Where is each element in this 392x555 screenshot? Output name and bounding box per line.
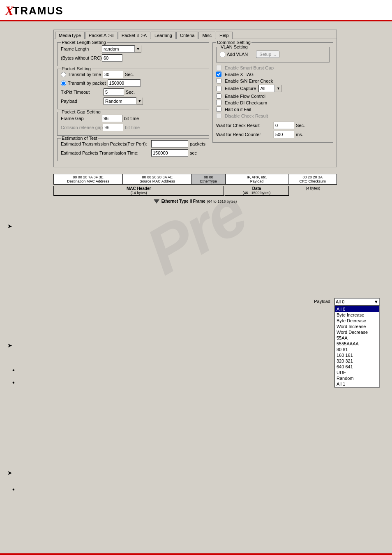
tab-mediatype[interactable]: MediaType xyxy=(55,32,85,39)
flow-control-row: Enable Flow Control xyxy=(216,93,330,99)
txpkt-value-input[interactable] xyxy=(104,88,124,96)
listbox-item-5555aaaa[interactable]: 5555AAAA xyxy=(335,341,379,347)
transmit-packet-row: Transmit by packet xyxy=(61,79,205,87)
halt-fail-checkbox[interactable] xyxy=(216,106,221,112)
tab-criteria[interactable]: Criteria xyxy=(176,32,198,39)
arrow-marker-1: ➤ xyxy=(7,223,12,229)
flow-control-label: Enable Flow Control xyxy=(225,94,265,99)
wait-read-unit: ms. xyxy=(296,132,303,137)
transmit-time-radio[interactable] xyxy=(61,72,66,77)
packet-cells-row: 80 00 20 7A 3F 3E Destination MAC Addres… xyxy=(53,174,337,185)
data-bracket: Data (46 - 1500 bytes) xyxy=(224,186,288,196)
time-input[interactable] xyxy=(151,149,188,157)
transmit-time-input[interactable] xyxy=(103,71,123,78)
payload-combobox[interactable]: All 0 ▼ xyxy=(334,298,380,305)
dst-hex: 80 00 20 7A 3F 3E xyxy=(55,175,121,179)
estimation-title: Estimation of Test xyxy=(61,136,98,141)
wait-section: Wait for Check Result Sec. Wait for Read… xyxy=(216,122,330,138)
arrow-marker-3: ➤ xyxy=(7,469,12,476)
setup-button[interactable]: Setup ... xyxy=(256,51,279,58)
disable-check-checkbox[interactable] xyxy=(216,113,221,118)
time-label: Estimated Packets Transmission Time: xyxy=(61,150,151,155)
payload-dropdown-btn[interactable]: ▼ xyxy=(136,97,143,105)
xtag-checkbox[interactable] xyxy=(216,72,221,77)
wait-read-input[interactable] xyxy=(274,131,294,138)
listbox-item-word-decrease[interactable]: Word Decrease xyxy=(335,329,379,335)
listbox-item-8081[interactable]: 80 81 xyxy=(335,347,379,352)
listbox-item-byte-increase[interactable]: Byte Increase xyxy=(335,312,379,318)
data-bytes: (46 - 1500 bytes) xyxy=(225,191,288,195)
listbox-item-word-increase[interactable]: Word Increase xyxy=(335,324,379,329)
ethernet-arrow-icon xyxy=(154,199,159,204)
listbox-item-640641[interactable]: 640 641 xyxy=(335,364,379,370)
crc-bytes: (4 bytes) xyxy=(290,186,337,190)
mac-header-label: MAC Header xyxy=(54,186,223,191)
di-checksum-row: Enable DI Checksum xyxy=(216,100,330,105)
capture-label: Enable Capture xyxy=(225,86,256,91)
per-port-input[interactable] xyxy=(151,140,188,148)
payload-hex: IP, ARP, etc. xyxy=(227,175,287,179)
transmit-packet-input[interactable] xyxy=(108,79,141,87)
ethertype-cell: 08 00 EtherType xyxy=(192,174,225,185)
vlan-title: VLAN Setting xyxy=(220,44,249,49)
frame-length-dropdown-btn[interactable]: ▼ xyxy=(135,45,141,53)
payload-combo: ▼ xyxy=(104,97,143,105)
smart-burst-label: Enable Smart Burst Gap xyxy=(225,65,274,70)
eth-hex: 08 00 xyxy=(194,175,223,179)
transmit-time-label: Transmit by time xyxy=(68,72,101,77)
tab-packet-ab[interactable]: Packet A->B xyxy=(85,32,118,39)
wait-check-input[interactable] xyxy=(274,122,294,129)
capture-combo: ▼ xyxy=(258,85,281,92)
wait-check-label: Wait for Check Result xyxy=(216,123,274,128)
listbox-item-55aa[interactable]: 55AA xyxy=(335,335,379,341)
add-vlan-label: Add VLAN xyxy=(227,52,248,57)
header: X TRAMUS xyxy=(0,0,392,21)
frame-gap-input[interactable] xyxy=(102,115,122,122)
frame-length-input[interactable] xyxy=(102,45,135,53)
packet-gap-group: Packet Gap Setting Frame Gap bit-time Co… xyxy=(57,112,209,136)
payload-listbox: All 0 Byte Increase Byte Decrease Word I… xyxy=(334,305,380,388)
txpkt-unit: Sec. xyxy=(126,90,135,95)
listbox-item-320321[interactable]: 320 321 xyxy=(335,358,379,364)
payload-combobox-arrow: ▼ xyxy=(374,299,378,304)
time-unit: sec xyxy=(190,150,197,155)
di-checksum-checkbox[interactable] xyxy=(216,100,221,105)
payload-input[interactable] xyxy=(104,97,136,105)
payload-selected-text: All 0 xyxy=(336,299,344,304)
txpkt-timeout-row: TxPkt Timeout Sec. xyxy=(61,88,205,96)
payload-lower-section: Payload All 0 ▼ All 0 Byte Increase Byte… xyxy=(12,298,380,305)
bytes-value-input[interactable] xyxy=(102,54,122,62)
listbox-item-byte-decrease[interactable]: Byte Decrease xyxy=(335,318,379,324)
tab-help[interactable]: Help xyxy=(216,32,233,39)
listbox-item-160161[interactable]: 160 161 xyxy=(335,352,379,358)
bytes-without-crc-label: (Bytes without CRC) xyxy=(61,56,102,60)
mac-header-bracket: MAC Header (14 bytes) xyxy=(53,186,224,196)
capture-checkbox[interactable] xyxy=(216,86,221,91)
capture-input[interactable] xyxy=(258,85,275,92)
listbox-item-all1[interactable]: All 1 xyxy=(335,381,379,387)
smart-burst-checkbox[interactable] xyxy=(216,65,221,70)
data-label: Data xyxy=(225,186,288,191)
tab-learning[interactable]: Learning xyxy=(151,32,176,39)
ethernet-frame-label: Ethernet Type II Frame xyxy=(161,199,205,204)
listbox-item-udf[interactable]: UDF xyxy=(335,370,379,375)
tab-misc[interactable]: Misc xyxy=(198,32,215,39)
add-vlan-checkbox[interactable] xyxy=(220,52,225,57)
transmit-packet-radio[interactable] xyxy=(61,81,66,86)
wait-read-label: Wait for Read Counter xyxy=(216,132,274,137)
wait-read-row: Wait for Read Counter ms. xyxy=(216,131,330,138)
listbox-item-all0[interactable]: All 0 xyxy=(335,306,379,312)
capture-dropdown-btn[interactable]: ▼ xyxy=(275,85,281,92)
halt-fail-label: Halt on if Fail xyxy=(225,107,251,112)
tab-packet-ba[interactable]: Packet B->A xyxy=(118,32,150,39)
per-port-label: Estimated Transmission Packets(Per Port)… xyxy=(61,141,151,146)
flow-control-checkbox[interactable] xyxy=(216,93,221,99)
listbox-item-random[interactable]: Random xyxy=(335,375,379,381)
di-checksum-label: Enable DI Checksum xyxy=(225,100,267,105)
sn-error-row: Enable S/N Error Check xyxy=(216,78,330,83)
payload-select-area: All 0 ▼ All 0 Byte Increase Byte Decreas… xyxy=(334,298,380,305)
ethernet-frame-bytes: (64 to 1518 bytes) xyxy=(207,199,237,204)
payload-cell-label: Payload xyxy=(227,179,287,183)
sn-error-checkbox[interactable] xyxy=(216,78,221,83)
wait-check-unit: Sec. xyxy=(296,123,305,128)
